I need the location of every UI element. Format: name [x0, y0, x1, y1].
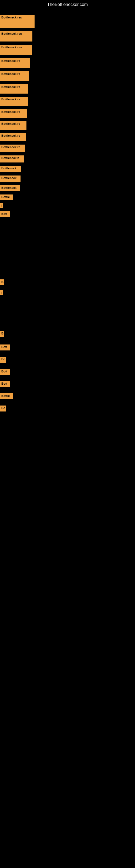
- bottleneck-item[interactable]: Bottleneck re: [0, 58, 30, 68]
- bottleneck-item[interactable]: Bo: [0, 405, 6, 411]
- bottleneck-item[interactable]: Bottle: [0, 194, 13, 200]
- bottleneck-item[interactable]: Bottleneck: [0, 185, 20, 191]
- bottleneck-item[interactable]: |: [0, 203, 3, 208]
- bottleneck-item[interactable]: Bo: [0, 357, 6, 363]
- bottleneck-item[interactable]: Bottleneck res: [0, 15, 35, 28]
- bottleneck-item[interactable]: Bottleneck res: [0, 45, 32, 55]
- bottleneck-item[interactable]: Bottleneck re: [0, 71, 29, 81]
- bottleneck-item[interactable]: Bottleneck n: [0, 155, 24, 162]
- bottleneck-item[interactable]: B: [0, 279, 4, 285]
- bottleneck-item[interactable]: Bottleneck re: [0, 133, 26, 141]
- bottleneck-item[interactable]: Bottle: [0, 393, 13, 399]
- bottleneck-item[interactable]: Bottleneck re: [0, 121, 27, 130]
- bottleneck-item[interactable]: Bottleneck: [0, 166, 21, 172]
- bottleneck-item[interactable]: Bottleneck res: [0, 31, 32, 41]
- site-title: TheBottlenecker.com: [0, 0, 135, 9]
- bottleneck-item[interactable]: Bottleneck re: [0, 97, 28, 106]
- bottleneck-item[interactable]: Bott: [0, 211, 10, 217]
- bottleneck-item[interactable]: Bott: [0, 369, 10, 375]
- bottleneck-item[interactable]: |: [0, 290, 3, 295]
- bottleneck-item[interactable]: Bott: [0, 381, 10, 387]
- bottleneck-item[interactable]: Bottleneck re: [0, 84, 28, 94]
- bottleneck-item[interactable]: Bottleneck re: [0, 109, 27, 118]
- bottleneck-item[interactable]: Bottleneck: [0, 176, 20, 182]
- bottleneck-item[interactable]: Bott: [0, 344, 10, 350]
- bottleneck-item[interactable]: B: [0, 331, 4, 337]
- bottleneck-item[interactable]: Bottleneck re: [0, 145, 25, 152]
